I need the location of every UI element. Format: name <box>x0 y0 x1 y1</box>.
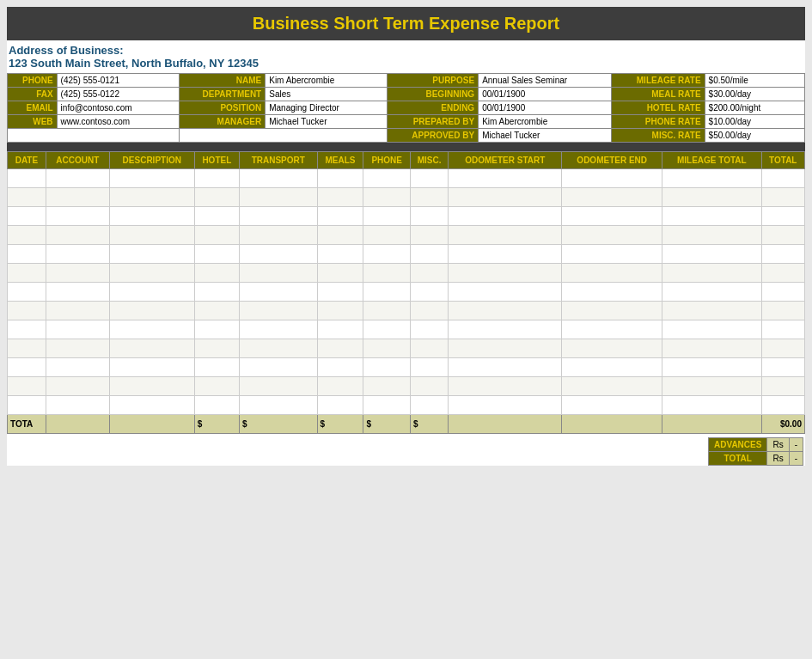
table-cell[interactable] <box>449 169 562 188</box>
table-cell[interactable] <box>363 226 411 245</box>
table-cell[interactable] <box>317 226 363 245</box>
table-cell[interactable] <box>562 302 662 320</box>
table-row[interactable] <box>8 320 805 339</box>
table-cell[interactable] <box>8 377 46 396</box>
table-cell[interactable] <box>194 283 239 302</box>
table-cell[interactable] <box>562 226 662 245</box>
table-row[interactable] <box>8 339 805 358</box>
table-cell[interactable] <box>761 207 804 226</box>
table-cell[interactable] <box>240 396 318 415</box>
table-cell[interactable] <box>46 377 109 396</box>
table-cell[interactable] <box>761 302 804 320</box>
table-cell[interactable] <box>194 302 239 320</box>
table-cell[interactable] <box>240 377 318 396</box>
table-cell[interactable] <box>194 226 239 245</box>
table-cell[interactable] <box>8 169 46 188</box>
table-cell[interactable] <box>8 226 46 245</box>
table-cell[interactable] <box>411 264 449 283</box>
table-cell[interactable] <box>317 169 363 188</box>
table-cell[interactable] <box>109 377 194 396</box>
table-cell[interactable] <box>194 264 239 283</box>
table-row[interactable] <box>8 245 805 264</box>
table-cell[interactable] <box>8 283 46 302</box>
table-cell[interactable] <box>317 396 363 415</box>
table-cell[interactable] <box>46 358 109 377</box>
table-cell[interactable] <box>363 339 411 358</box>
table-cell[interactable] <box>194 207 239 226</box>
table-cell[interactable] <box>761 358 804 377</box>
table-cell[interactable] <box>8 188 46 207</box>
table-cell[interactable] <box>562 377 662 396</box>
table-cell[interactable] <box>317 207 363 226</box>
table-cell[interactable] <box>411 245 449 264</box>
table-cell[interactable] <box>194 320 239 339</box>
table-cell[interactable] <box>194 245 239 264</box>
table-cell[interactable] <box>411 188 449 207</box>
table-cell[interactable] <box>240 320 318 339</box>
table-cell[interactable] <box>411 226 449 245</box>
table-row[interactable] <box>8 283 805 302</box>
table-cell[interactable] <box>562 264 662 283</box>
table-cell[interactable] <box>240 264 318 283</box>
table-row[interactable] <box>8 226 805 245</box>
table-cell[interactable] <box>194 377 239 396</box>
table-cell[interactable] <box>46 283 109 302</box>
table-cell[interactable] <box>194 339 239 358</box>
table-cell[interactable] <box>46 264 109 283</box>
table-cell[interactable] <box>8 396 46 415</box>
table-cell[interactable] <box>761 339 804 358</box>
table-cell[interactable] <box>46 245 109 264</box>
table-cell[interactable] <box>109 264 194 283</box>
table-row[interactable] <box>8 377 805 396</box>
table-cell[interactable] <box>194 396 239 415</box>
table-cell[interactable] <box>317 188 363 207</box>
table-cell[interactable] <box>240 302 318 320</box>
table-cell[interactable] <box>363 302 411 320</box>
table-cell[interactable] <box>194 358 239 377</box>
table-cell[interactable] <box>46 207 109 226</box>
table-cell[interactable] <box>761 264 804 283</box>
table-row[interactable] <box>8 358 805 377</box>
table-row[interactable] <box>8 264 805 283</box>
table-cell[interactable] <box>109 245 194 264</box>
table-cell[interactable] <box>761 377 804 396</box>
table-cell[interactable] <box>662 358 761 377</box>
table-cell[interactable] <box>109 226 194 245</box>
table-cell[interactable] <box>562 396 662 415</box>
table-cell[interactable] <box>46 226 109 245</box>
table-cell[interactable] <box>562 339 662 358</box>
table-cell[interactable] <box>411 377 449 396</box>
table-cell[interactable] <box>662 264 761 283</box>
table-cell[interactable] <box>240 207 318 226</box>
table-cell[interactable] <box>662 207 761 226</box>
table-cell[interactable] <box>363 188 411 207</box>
table-cell[interactable] <box>411 358 449 377</box>
table-cell[interactable] <box>109 339 194 358</box>
table-cell[interactable] <box>109 358 194 377</box>
table-cell[interactable] <box>194 169 239 188</box>
table-cell[interactable] <box>761 188 804 207</box>
table-cell[interactable] <box>363 358 411 377</box>
table-cell[interactable] <box>46 302 109 320</box>
table-cell[interactable] <box>109 320 194 339</box>
table-cell[interactable] <box>317 320 363 339</box>
table-cell[interactable] <box>662 302 761 320</box>
table-cell[interactable] <box>46 320 109 339</box>
table-cell[interactable] <box>411 169 449 188</box>
table-cell[interactable] <box>46 169 109 188</box>
table-cell[interactable] <box>449 377 562 396</box>
table-cell[interactable] <box>109 169 194 188</box>
table-cell[interactable] <box>662 320 761 339</box>
table-cell[interactable] <box>317 245 363 264</box>
table-cell[interactable] <box>411 339 449 358</box>
table-cell[interactable] <box>240 339 318 358</box>
table-cell[interactable] <box>449 264 562 283</box>
table-cell[interactable] <box>662 283 761 302</box>
table-cell[interactable] <box>562 245 662 264</box>
table-cell[interactable] <box>761 169 804 188</box>
table-cell[interactable] <box>411 396 449 415</box>
table-cell[interactable] <box>8 320 46 339</box>
table-cell[interactable] <box>109 396 194 415</box>
table-cell[interactable] <box>761 283 804 302</box>
table-cell[interactable] <box>109 188 194 207</box>
